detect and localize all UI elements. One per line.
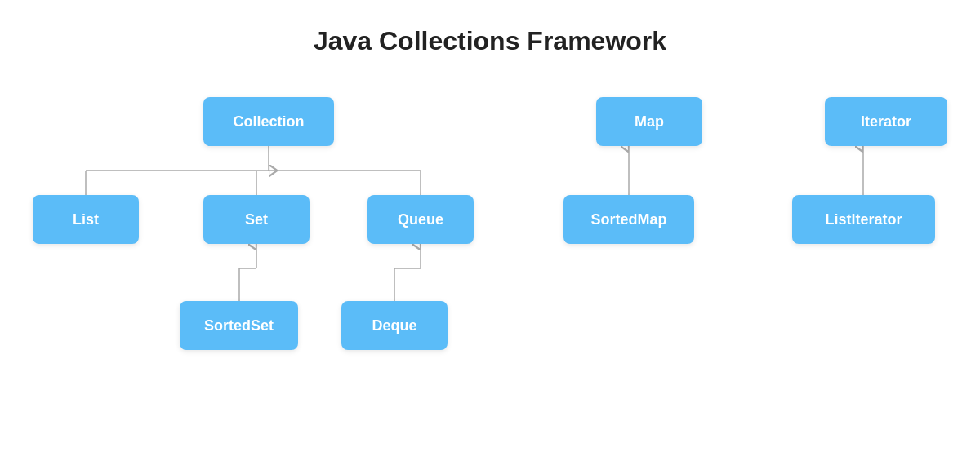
node-sortedset: SortedSet: [180, 301, 298, 350]
node-collection: Collection: [203, 97, 334, 146]
node-iterator: Iterator: [825, 97, 947, 146]
page-title: Java Collections Framework: [314, 26, 666, 56]
node-deque: Deque: [341, 301, 448, 350]
node-set: Set: [203, 195, 310, 244]
node-listiterator: ListIterator: [792, 195, 935, 244]
node-queue: Queue: [368, 195, 474, 244]
node-sortedmap: SortedMap: [564, 195, 694, 244]
diagram-area: Collection List Set Queue SortedSet Dequ…: [0, 89, 980, 474]
connections-svg: [0, 89, 980, 474]
node-list: List: [33, 195, 139, 244]
node-map: Map: [596, 97, 702, 146]
